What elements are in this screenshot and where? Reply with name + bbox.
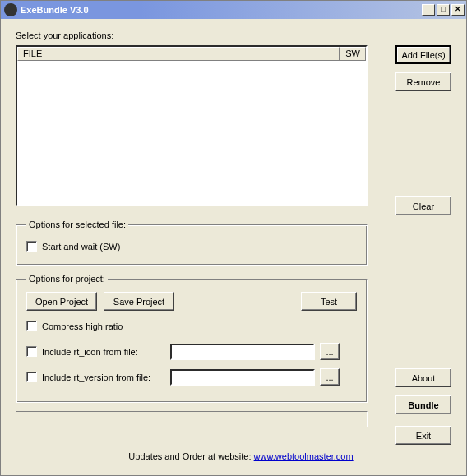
client-area: Select your applications: FILE SW Option…	[1, 19, 466, 464]
group-project: Options for project: Open Project Save P…	[16, 274, 368, 403]
start-wait-label: Start and wait (SW)	[42, 242, 120, 252]
bundle-button[interactable]: Bundle	[395, 395, 451, 414]
test-button[interactable]: Test	[301, 292, 357, 311]
group-selected-legend: Options for selected file:	[26, 220, 128, 229]
column-sw[interactable]: SW	[340, 47, 366, 61]
include-icon-checkbox[interactable]	[26, 346, 37, 357]
group-selected-file: Options for selected file: Start and wai…	[16, 220, 368, 266]
version-path-input[interactable]	[170, 369, 315, 386]
include-version-label: Include rt_version from file:	[42, 372, 165, 382]
start-wait-checkbox[interactable]	[26, 241, 37, 252]
about-button[interactable]: About	[395, 368, 451, 387]
browse-icon-button[interactable]: ...	[320, 343, 340, 360]
compress-label: Compress high ratio	[42, 321, 123, 331]
save-project-button[interactable]: Save Project	[104, 292, 174, 311]
maximize-button[interactable]: □	[437, 4, 450, 16]
open-project-button[interactable]: Open Project	[26, 292, 97, 311]
clear-button[interactable]: Clear	[395, 196, 451, 215]
file-listview[interactable]: FILE SW	[16, 45, 368, 206]
include-icon-label: Include rt_icon from file:	[42, 347, 165, 357]
footer-text: Updates and Order at website:	[128, 451, 253, 461]
minimize-button[interactable]: _	[422, 4, 435, 16]
browse-version-button[interactable]: ...	[320, 368, 340, 386]
app-window: ExeBundle V3.0 _ □ ✕ Select your applica…	[0, 0, 467, 476]
exit-button[interactable]: Exit	[395, 426, 451, 445]
icon-path-input[interactable]	[170, 344, 315, 360]
app-icon	[4, 3, 17, 16]
footer: Updates and Order at website: www.webtoo…	[16, 451, 466, 461]
group-project-legend: Options for project:	[26, 274, 108, 284]
include-version-checkbox[interactable]	[26, 372, 37, 382]
compress-checkbox[interactable]	[26, 321, 37, 331]
remove-button[interactable]: Remove	[395, 72, 451, 91]
add-files-button[interactable]: Add File(s)	[395, 45, 451, 64]
footer-link[interactable]: www.webtoolmaster.com	[254, 451, 354, 461]
listview-header: FILE SW	[17, 47, 366, 61]
status-bar	[16, 411, 368, 427]
column-file[interactable]: FILE	[17, 47, 340, 61]
close-button[interactable]: ✕	[451, 4, 465, 16]
select-apps-label: Select your applications:	[16, 30, 391, 40]
titlebar: ExeBundle V3.0 _ □ ✕	[1, 1, 466, 19]
window-title: ExeBundle V3.0	[21, 5, 420, 15]
